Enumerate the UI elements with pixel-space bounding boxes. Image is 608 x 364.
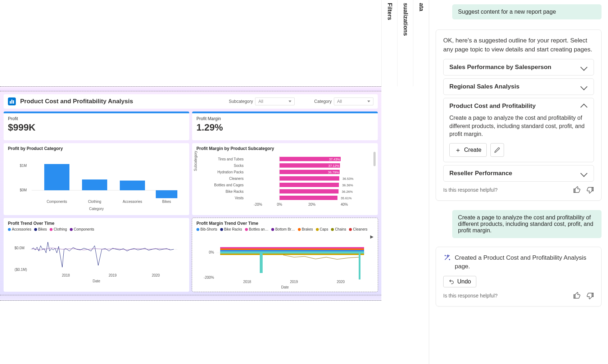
pane-label: ata bbox=[418, 3, 425, 11]
svg-rect-2 bbox=[13, 100, 14, 104]
pane-filters[interactable]: Filters bbox=[381, 0, 397, 86]
report-canvas: Product Cost and Profitability Analysis … bbox=[0, 0, 381, 364]
svg-rect-0 bbox=[10, 101, 11, 104]
visual-grid: Profit $999K Profit Margin 1.29% Profit … bbox=[4, 112, 378, 292]
svg-rect-6 bbox=[44, 164, 69, 190]
svg-text:36.53%: 36.53% bbox=[342, 177, 354, 181]
topic-description: Create a page to analyze the cost and pr… bbox=[449, 115, 585, 137]
legend-overflow-icon[interactable]: ▶ bbox=[370, 234, 373, 239]
chart-svg: $1M $0M Components Clothing Accessories … bbox=[8, 153, 185, 206]
resize-handle[interactable] bbox=[373, 218, 378, 222]
thumbs-down-icon[interactable] bbox=[586, 186, 594, 194]
pencil-icon bbox=[494, 147, 500, 153]
svg-rect-50 bbox=[220, 249, 364, 250]
filter-label: Category bbox=[314, 99, 332, 104]
report-page[interactable]: Product Cost and Profitability Analysis … bbox=[0, 91, 381, 296]
chevron-down-icon bbox=[580, 83, 587, 90]
pane-label: Filters bbox=[386, 3, 393, 20]
svg-rect-26 bbox=[280, 183, 339, 187]
chart-margin-trend[interactable]: Profit Margin Trend Over Time Bib-Shorts… bbox=[192, 218, 378, 292]
chart-profit-by-category[interactable]: Profit by Product Category $1M $0M Compo… bbox=[4, 143, 189, 215]
resize-handle[interactable] bbox=[192, 287, 196, 292]
user-message: Create a page to analyze the cost and pr… bbox=[452, 210, 602, 238]
create-button[interactable]: ＋ Create bbox=[449, 143, 487, 157]
svg-text:Tires and Tubes: Tires and Tubes bbox=[218, 157, 244, 161]
filter-subcategory-select[interactable]: All bbox=[255, 97, 295, 105]
kpi-margin-card[interactable]: Profit Margin 1.29% bbox=[192, 112, 378, 140]
svg-text:$1M: $1M bbox=[20, 164, 27, 168]
pane-label: sualizations bbox=[402, 3, 409, 36]
page-header: Product Cost and Profitability Analysis … bbox=[4, 94, 378, 109]
x-axis-label: Category bbox=[8, 207, 185, 211]
svg-text:$0.0M: $0.0M bbox=[14, 246, 24, 250]
svg-text:37.12%: 37.12% bbox=[328, 164, 339, 168]
chart-icon bbox=[8, 97, 16, 105]
svg-text:36.36%: 36.36% bbox=[342, 183, 353, 187]
plus-icon: ＋ bbox=[455, 147, 461, 153]
chart-scrollbar[interactable] bbox=[373, 152, 376, 166]
page-separator-bottom bbox=[0, 295, 381, 301]
kpi-profit-card[interactable]: Profit $999K bbox=[4, 112, 189, 140]
filter-category-select[interactable]: All bbox=[334, 97, 373, 105]
svg-text:Hydration Packs: Hydration Packs bbox=[217, 170, 244, 174]
svg-text:2019: 2019 bbox=[109, 273, 117, 277]
filter-label: Subcategory bbox=[229, 99, 253, 104]
svg-rect-52 bbox=[220, 251, 364, 254]
canvas-blank-area bbox=[0, 0, 381, 86]
svg-rect-51 bbox=[220, 250, 364, 251]
svg-text:0%: 0% bbox=[209, 250, 214, 254]
svg-point-59 bbox=[445, 255, 446, 256]
svg-text:36.26%: 36.26% bbox=[342, 190, 353, 194]
chevron-down-icon bbox=[580, 64, 587, 71]
undo-button[interactable]: Undo bbox=[443, 276, 476, 287]
undo-icon bbox=[449, 279, 454, 285]
x-axis-label: Date bbox=[196, 285, 373, 289]
chart-margin-by-subcategory[interactable]: Profit Margin by Product Subcategory Sub… bbox=[192, 143, 378, 215]
svg-text:2018: 2018 bbox=[62, 273, 70, 277]
assistant-message: Created a Product Cost and Profitability… bbox=[436, 247, 602, 306]
chart-title: Profit Trend Over Time bbox=[8, 221, 185, 226]
chevron-up-icon bbox=[580, 104, 587, 111]
svg-rect-54 bbox=[260, 251, 263, 273]
svg-text:0%: 0% bbox=[277, 203, 282, 206]
svg-text:2018: 2018 bbox=[243, 280, 251, 284]
topic-regional-sales[interactable]: Regional Sales Analysis bbox=[443, 78, 594, 95]
feedback-row: Is this response helpful? bbox=[443, 292, 594, 300]
svg-rect-1 bbox=[12, 100, 13, 104]
resize-handle[interactable] bbox=[373, 287, 378, 292]
svg-point-60 bbox=[449, 259, 450, 260]
kpi-profit-label: Profit bbox=[8, 116, 185, 121]
topic-sales-performance[interactable]: Sales Performance by Salesperson bbox=[443, 59, 594, 76]
pane-visualizations[interactable]: sualizations bbox=[397, 0, 413, 86]
page-separator bbox=[0, 86, 381, 91]
x-axis-label: Date bbox=[8, 279, 185, 283]
pane-data[interactable]: ata bbox=[413, 0, 429, 86]
svg-text:Bottles and Cages: Bottles and Cages bbox=[214, 183, 244, 187]
thumbs-down-icon[interactable] bbox=[586, 292, 594, 300]
svg-rect-27 bbox=[280, 189, 339, 194]
svg-text:2020: 2020 bbox=[337, 280, 345, 284]
thumbs-up-icon[interactable] bbox=[573, 186, 581, 194]
svg-text:Bike Racks: Bike Racks bbox=[226, 190, 244, 194]
edit-button[interactable] bbox=[490, 143, 504, 157]
chart-title: Profit Margin Trend Over Time bbox=[196, 221, 373, 226]
assistant-text: OK, here's a suggested outline for your … bbox=[443, 36, 594, 54]
page-title: Product Cost and Profitability Analysis bbox=[20, 98, 224, 105]
svg-rect-7 bbox=[82, 179, 107, 190]
svg-text:-200%: -200% bbox=[204, 276, 214, 279]
feedback-row: Is this response helpful? bbox=[443, 186, 594, 194]
thumbs-up-icon[interactable] bbox=[573, 292, 581, 300]
topic-product-cost-profitability[interactable]: Product Cost and Profitability Create a … bbox=[443, 98, 594, 162]
chart-svg: Tires and Tubes Socks Hydration Packs Cl… bbox=[196, 153, 373, 206]
sparkle-wand-icon bbox=[443, 254, 451, 261]
resize-handle[interactable] bbox=[192, 218, 196, 222]
filter-category: Category All bbox=[314, 97, 373, 105]
svg-text:35.61%: 35.61% bbox=[341, 196, 352, 200]
topic-reseller-performance[interactable]: Reseller Performance bbox=[443, 165, 594, 182]
chart-legend: Bib-Shorts Bike Racks Bottles an… Bottom… bbox=[196, 227, 373, 239]
svg-rect-8 bbox=[120, 181, 145, 190]
svg-text:($0.1M): ($0.1M) bbox=[15, 268, 27, 272]
chart-profit-trend[interactable]: Profit Trend Over Time Accessories Bikes… bbox=[4, 218, 189, 292]
assistant-message: OK, here's a suggested outline for your … bbox=[436, 29, 602, 201]
kpi-margin-label: Profit Margin bbox=[196, 116, 373, 121]
